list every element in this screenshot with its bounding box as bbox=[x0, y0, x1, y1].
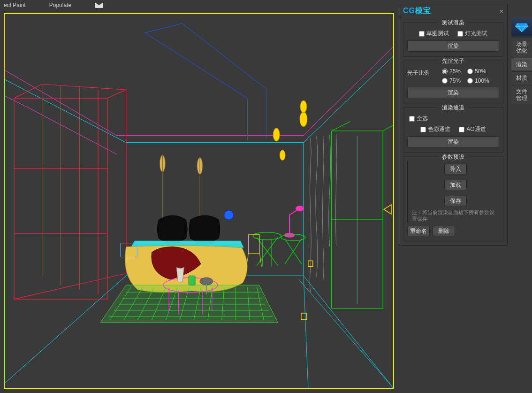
svg-line-6 bbox=[304, 56, 393, 143]
close-icon[interactable]: × bbox=[500, 8, 503, 15]
group-title-preset: 参数预设 bbox=[438, 153, 468, 161]
radio-100[interactable]: 100% bbox=[467, 77, 489, 84]
svg-line-20 bbox=[14, 273, 126, 299]
svg-point-27 bbox=[273, 128, 280, 141]
menu-populate[interactable]: Populate bbox=[49, 2, 71, 8]
radio-75[interactable]: 75% bbox=[442, 77, 461, 84]
svg-line-76 bbox=[304, 276, 308, 388]
svg-point-29 bbox=[300, 100, 307, 113]
svg-point-28 bbox=[300, 112, 307, 127]
svg-line-11 bbox=[107, 90, 126, 98]
group-channel: 渲染通道 全选 色彩通道 AO通道 渲染 bbox=[403, 107, 503, 153]
btn-import[interactable]: 导入 bbox=[444, 164, 467, 174]
btn-rename[interactable]: 重命名 bbox=[407, 226, 430, 236]
right-sidebar: 场景 优化 渲染 材质 文件 管理 bbox=[511, 18, 532, 104]
brand-logo: CG模宝 bbox=[403, 6, 431, 16]
preset-note: 注：将当前渲染器面板下所有参数设置保存 bbox=[412, 209, 499, 222]
radio-25[interactable]: 25% bbox=[442, 68, 461, 75]
group-preset: 参数预设 导入 加载 保存 注：将当前渲染器面板下所有参数设置保存 重命名 删除 bbox=[403, 156, 503, 241]
svg-point-39 bbox=[224, 210, 234, 220]
svg-line-7 bbox=[304, 276, 393, 388]
btn-render-2[interactable]: 渲染 bbox=[407, 87, 499, 98]
svg-rect-77 bbox=[301, 313, 307, 320]
preset-listbox[interactable] bbox=[407, 161, 408, 223]
tab-file-mgr[interactable]: 文件 管理 bbox=[511, 85, 532, 104]
svg-line-1 bbox=[5, 276, 126, 383]
radio-50[interactable]: 50% bbox=[467, 68, 489, 75]
mail-icon[interactable] bbox=[95, 2, 103, 8]
tab-scene-opt[interactable]: 场景 优化 bbox=[511, 38, 532, 57]
group-title-channel: 渲染通道 bbox=[438, 104, 468, 112]
group-photon: 先渲光子 光子比例 25% 50% 75% 100% 渲染 bbox=[403, 61, 503, 103]
group-test-render: 测试渲染 草图测试 灯光测试 渲染 bbox=[403, 22, 503, 57]
svg-point-37 bbox=[296, 206, 304, 211]
svg-line-0 bbox=[5, 79, 126, 142]
svg-line-24 bbox=[383, 125, 393, 131]
btn-save[interactable]: 保存 bbox=[444, 196, 467, 206]
group-title-test: 测试渲染 bbox=[438, 19, 468, 27]
label-photon-ratio: 光子比例 bbox=[407, 68, 433, 77]
chk-color-channel[interactable]: 色彩通道 bbox=[420, 125, 450, 133]
btn-delete[interactable]: 删除 bbox=[433, 226, 455, 236]
tab-render[interactable]: 渲染 bbox=[511, 58, 532, 70]
tab-material[interactable]: 材质 bbox=[511, 71, 532, 84]
menu-object-paint[interactable]: ect Paint bbox=[4, 2, 26, 8]
svg-line-21 bbox=[145, 23, 182, 33]
svg-line-12 bbox=[42, 84, 126, 90]
btn-load[interactable]: 加载 bbox=[444, 180, 467, 190]
chk-select-all[interactable]: 全选 bbox=[409, 115, 428, 123]
chk-light-test[interactable]: 灯光测试 bbox=[457, 30, 487, 38]
chk-sketch-test[interactable]: 草图测试 bbox=[419, 30, 449, 38]
svg-line-23 bbox=[332, 122, 350, 131]
chk-ao-channel[interactable]: AO通道 bbox=[459, 125, 486, 133]
group-title-photon: 先渲光子 bbox=[438, 57, 468, 65]
gem-icon[interactable] bbox=[511, 18, 532, 37]
svg-point-73 bbox=[200, 277, 213, 285]
wireframe-scene bbox=[5, 14, 393, 388]
svg-line-75 bbox=[299, 279, 393, 388]
svg-point-30 bbox=[280, 150, 285, 161]
btn-render-1[interactable]: 渲染 bbox=[407, 40, 499, 52]
viewport[interactable] bbox=[4, 13, 394, 389]
btn-render-3[interactable]: 渲染 bbox=[407, 136, 499, 147]
svg-line-80 bbox=[246, 254, 248, 267]
cg-panel: CG模宝 × 测试渲染 草图测试 灯光测试 渲染 先渲光子 光子比例 25% 5… bbox=[399, 4, 508, 246]
svg-marker-82 bbox=[515, 23, 528, 32]
svg-marker-49 bbox=[100, 285, 278, 323]
svg-rect-72 bbox=[189, 276, 195, 285]
